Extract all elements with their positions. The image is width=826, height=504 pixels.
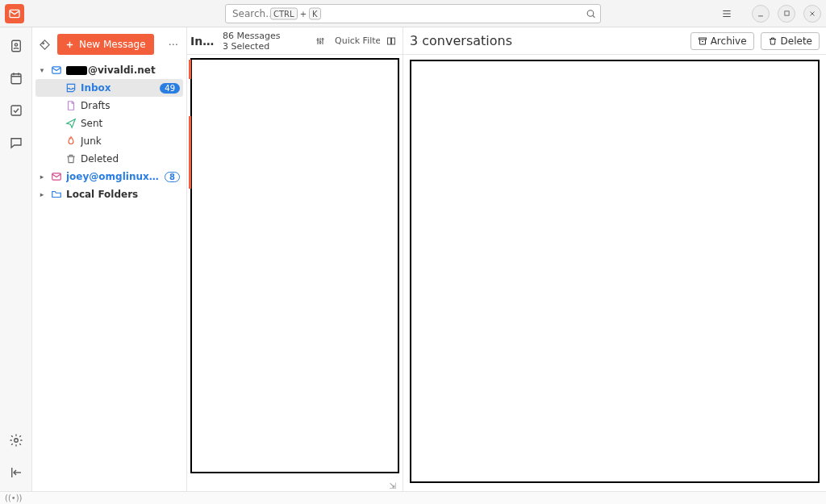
folder-label: Inbox (81, 82, 156, 94)
folder-drafts[interactable]: Drafts (35, 97, 183, 115)
new-message-button[interactable]: New Message (57, 34, 154, 55)
activity-bar (0, 27, 32, 491)
svg-point-7 (14, 439, 18, 443)
search-shortcut-hint: CTRL + K (270, 7, 321, 19)
window-controls (718, 5, 821, 23)
folder-label: Junk (81, 135, 180, 147)
svg-point-13 (322, 38, 323, 40)
collapse-sidebar-icon[interactable] (6, 462, 27, 483)
sent-icon (65, 118, 77, 129)
folder-sidebar: New Message ⋯ ▾ @vivaldi.net Inbox 49 (32, 27, 187, 491)
new-message-label: New Message (79, 39, 146, 50)
folder-inbox[interactable]: Inbox 49 (35, 79, 183, 97)
account-label: Local Folders (66, 189, 180, 200)
folder-tree: ▾ @vivaldi.net Inbox 49 (32, 60, 186, 205)
main-content: New Message ⋯ ▾ @vivaldi.net Inbox 49 (0, 27, 826, 491)
folder-sent[interactable]: Sent (35, 115, 183, 132)
folder-junk[interactable]: Junk (35, 132, 183, 150)
global-search: CTRL + K (225, 4, 601, 23)
sidebar-more-button[interactable]: ⋯ (165, 35, 181, 53)
message-list[interactable] (190, 58, 399, 473)
unread-badge: 8 (165, 172, 180, 182)
calendar-icon[interactable] (6, 68, 27, 89)
chevron-down-icon[interactable]: ▾ (37, 66, 47, 74)
status-bar: ((•)) (0, 491, 826, 504)
search-icon[interactable] (586, 8, 596, 19)
app-menu-button[interactable] (718, 5, 736, 23)
trash-icon (65, 153, 77, 165)
mail-account-icon (50, 171, 63, 182)
unread-badge: 49 (160, 83, 180, 94)
folder-title: Inbox (190, 35, 219, 48)
folder-icon (50, 189, 63, 200)
address-book-icon[interactable] (6, 35, 27, 56)
message-counts: 86 Messages 3 Selected (223, 31, 309, 52)
junk-icon (65, 135, 77, 147)
reading-pane: 3 conversations Archive Delete (403, 27, 826, 491)
message-list-pane: Inbox 86 Messages 3 Selected Quick Filte… (187, 27, 403, 491)
svg-point-12 (319, 41, 321, 43)
reading-header: 3 conversations Archive Delete (403, 27, 826, 55)
folder-label: Sent (81, 118, 180, 129)
svg-point-1 (587, 10, 594, 16)
minimize-button[interactable] (752, 5, 770, 23)
inbox-icon (65, 82, 77, 94)
svg-rect-6 (11, 106, 21, 115)
chevron-right-icon[interactable]: ▸ (37, 173, 47, 181)
display-options-button[interactable] (312, 34, 328, 48)
conversation-title: 3 conversations (410, 33, 684, 48)
svg-rect-15 (392, 38, 395, 44)
tag-icon[interactable] (39, 39, 51, 51)
delete-button[interactable]: Delete (761, 32, 820, 50)
account-row-local[interactable]: ▸ Local Folders (35, 185, 183, 203)
account-row-vivaldi[interactable]: ▾ @vivaldi.net (35, 61, 183, 79)
message-list-header: Inbox 86 Messages 3 Selected Quick Filte… (187, 27, 403, 55)
title-bar: CTRL + K (0, 0, 826, 27)
folder-label: Deleted (81, 153, 180, 165)
svg-rect-5 (11, 74, 21, 84)
tasks-icon[interactable] (6, 100, 27, 121)
account-label: @vivaldi.net (66, 65, 180, 76)
message-list-resize-handle[interactable]: ⇲ (187, 480, 403, 491)
activity-indicator-icon: ((•)) (5, 494, 23, 502)
svg-rect-2 (784, 11, 788, 15)
mail-account-icon (50, 65, 63, 76)
folder-deleted[interactable]: Deleted (35, 150, 183, 168)
folder-label: Drafts (81, 100, 180, 111)
app-icon (5, 4, 24, 23)
svg-point-8 (43, 42, 44, 44)
drafts-icon (65, 100, 77, 111)
archive-button[interactable]: Archive (690, 32, 754, 50)
svg-rect-14 (388, 38, 391, 44)
settings-icon[interactable] (6, 430, 27, 451)
close-button[interactable] (803, 5, 821, 23)
message-body[interactable] (410, 60, 820, 483)
chevron-right-icon[interactable]: ▸ (37, 190, 47, 198)
account-row-omglinux[interactable]: ▸ joey@omglinux.dev 8 (35, 168, 183, 185)
list-layout-button[interactable] (383, 34, 399, 48)
quick-filter-button[interactable]: Quick Filter (332, 33, 380, 48)
svg-point-11 (317, 39, 319, 40)
svg-rect-16 (699, 38, 706, 40)
account-label: joey@omglinux.dev (66, 171, 161, 182)
chat-icon[interactable] (6, 132, 27, 153)
maximize-button[interactable] (778, 5, 795, 23)
svg-point-4 (15, 44, 17, 46)
